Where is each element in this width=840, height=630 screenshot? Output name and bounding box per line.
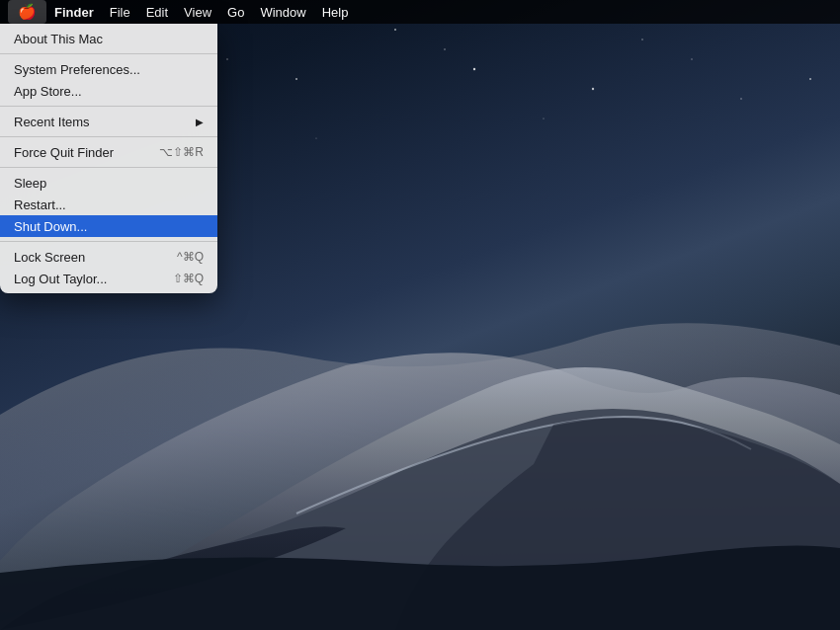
force-quit-item[interactable]: Force Quit Finder ⌥⇧⌘R — [0, 141, 217, 163]
system-preferences-label: System Preferences... — [14, 62, 140, 77]
apple-menu-trigger[interactable]: 🍎 — [8, 0, 46, 24]
svg-point-9 — [473, 68, 475, 70]
window-label: Window — [260, 5, 305, 20]
help-menu[interactable]: Help — [314, 0, 357, 24]
edit-menu[interactable]: Edit — [138, 0, 176, 24]
svg-point-10 — [641, 39, 643, 40]
svg-point-12 — [226, 58, 228, 60]
svg-point-6 — [394, 29, 396, 31]
view-menu[interactable]: View — [176, 0, 219, 24]
force-quit-label: Force Quit Finder — [14, 145, 114, 160]
logout-shortcut: ⇧⌘Q — [173, 272, 204, 285]
window-menu[interactable]: Window — [252, 0, 313, 24]
help-label: Help — [322, 5, 349, 20]
separator-3 — [0, 136, 217, 137]
svg-point-3 — [592, 88, 594, 90]
lock-screen-shortcut: ^⌘Q — [177, 250, 204, 264]
svg-point-2 — [444, 48, 446, 50]
svg-point-7 — [740, 98, 742, 100]
restart-label: Restart... — [14, 197, 66, 212]
svg-point-4 — [691, 58, 693, 60]
sleep-item[interactable]: Sleep — [0, 172, 217, 194]
about-this-mac-label: About This Mac — [14, 32, 103, 46]
restart-item[interactable]: Restart... — [0, 194, 217, 215]
file-menu[interactable]: File — [102, 0, 138, 24]
view-label: View — [184, 5, 211, 20]
shutdown-label: Shut Down... — [14, 219, 87, 234]
app-store-label: App Store... — [14, 84, 82, 99]
file-label: File — [110, 5, 130, 20]
recent-items-arrow-icon: ▶ — [196, 117, 204, 127]
apple-logo-icon: 🍎 — [18, 3, 37, 21]
shutdown-item[interactable]: Shut Down... — [0, 215, 217, 237]
menubar: 🍎 Finder File Edit View Go Window Help — [0, 0, 840, 24]
logout-label: Log Out Taylor... — [14, 272, 107, 286]
about-this-mac-item[interactable]: About This Mac — [0, 28, 217, 49]
edit-label: Edit — [146, 5, 168, 20]
app-store-item[interactable]: App Store... — [0, 80, 217, 102]
svg-point-8 — [315, 137, 316, 138]
apple-dropdown-menu: About This Mac System Preferences... App… — [0, 24, 217, 293]
system-preferences-item[interactable]: System Preferences... — [0, 58, 217, 80]
finder-label: Finder — [54, 5, 94, 20]
recent-items-item[interactable]: Recent Items ▶ — [0, 111, 217, 132]
lock-screen-label: Lock Screen — [14, 250, 85, 265]
logout-item[interactable]: Log Out Taylor... ⇧⌘Q — [0, 268, 217, 289]
separator-2 — [0, 106, 217, 107]
finder-menu[interactable]: Finder — [46, 0, 102, 24]
separator-5 — [0, 241, 217, 242]
separator-4 — [0, 167, 217, 168]
force-quit-shortcut: ⌥⇧⌘R — [159, 145, 204, 159]
go-menu[interactable]: Go — [219, 0, 252, 24]
svg-point-11 — [809, 78, 811, 80]
svg-point-5 — [543, 118, 544, 118]
separator-1 — [0, 53, 217, 54]
recent-items-label: Recent Items — [14, 115, 90, 129]
sleep-label: Sleep — [14, 176, 46, 191]
svg-point-1 — [295, 78, 297, 80]
lock-screen-item[interactable]: Lock Screen ^⌘Q — [0, 246, 217, 268]
go-label: Go — [227, 5, 244, 20]
